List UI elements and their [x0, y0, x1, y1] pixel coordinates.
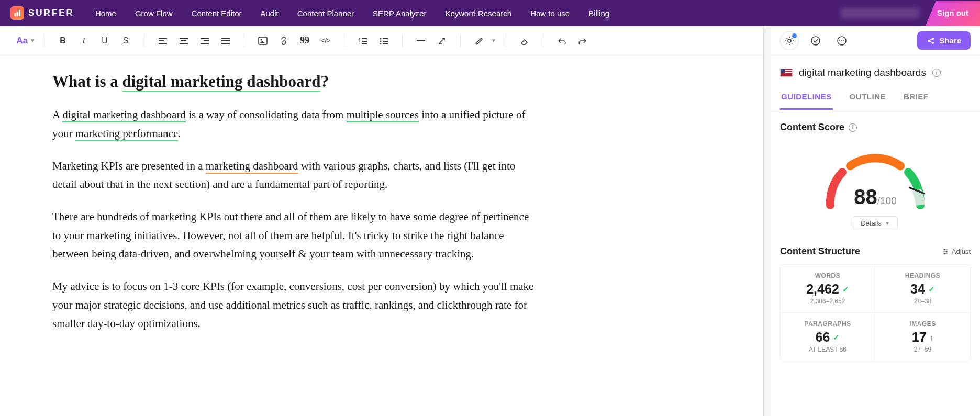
settings-button[interactable] — [780, 31, 799, 50]
main: Aa▼ B I U S 99 </> — [0, 26, 980, 416]
svg-point-34 — [839, 40, 840, 41]
content-structure-title: Content Structure — [780, 246, 860, 257]
tab-outline[interactable]: OUTLINE — [849, 86, 887, 110]
signout-button[interactable]: Sign out — [937, 8, 968, 17]
eraser-button[interactable] — [516, 32, 533, 50]
user-email — [841, 8, 919, 18]
check-circle-icon — [810, 36, 821, 46]
document-body[interactable]: What is a digital marketing dashboard? A… — [52, 71, 534, 333]
svg-point-31 — [788, 39, 791, 42]
more-icon — [837, 36, 847, 46]
svg-point-27 — [380, 43, 382, 44]
share-button[interactable]: Share — [917, 31, 971, 50]
term-highlight: digital marketing dashboard — [122, 72, 321, 92]
nav-how-to-use[interactable]: How to use — [530, 9, 570, 18]
structure-grid: WORDS 2,462✓ 2,306–2,652 HEADINGS 34✓ 28… — [780, 264, 971, 361]
score-gauge: 88/100 Details ▼ — [780, 142, 971, 234]
text-style-dropdown[interactable]: Aa▼ — [17, 32, 35, 50]
sidebar-header: Share — [771, 26, 980, 55]
nav-keyword-research[interactable]: Keyword Research — [445, 9, 511, 18]
horizontal-rule-button[interactable] — [412, 32, 430, 50]
code-button[interactable]: </> — [317, 32, 335, 50]
keyword-row: digital marketing dashboards i — [771, 55, 980, 86]
paragraph[interactable]: A digital marketing dashboard is a way o… — [52, 106, 534, 143]
strikethrough-button[interactable]: S — [117, 32, 135, 50]
clear-format-button[interactable] — [433, 32, 451, 50]
term-highlight: digital marketing dashboard — [62, 108, 186, 122]
bold-button[interactable]: B — [54, 32, 72, 50]
align-center-button[interactable] — [175, 32, 193, 50]
unordered-list-button[interactable] — [375, 32, 393, 50]
svg-rect-1 — [17, 12, 18, 16]
metric-headings: HEADINGS 34✓ 28–38 — [875, 265, 970, 313]
editor-column: Aa▼ B I U S 99 </> — [0, 26, 764, 416]
svg-line-40 — [930, 39, 932, 40]
redo-button[interactable] — [574, 32, 592, 50]
highlight-button[interactable] — [470, 32, 488, 50]
paragraph[interactable]: My advice is to focus on 1-3 core KPIs (… — [52, 277, 534, 333]
sliders-icon — [942, 249, 949, 255]
nav-content-editor[interactable]: Content Editor — [192, 9, 242, 18]
editor-toolbar: Aa▼ B I U S 99 </> — [0, 26, 763, 55]
arrow-up-icon: ↑ — [930, 333, 934, 342]
sidebar: Share digital marketing dashboards i GUI… — [771, 26, 980, 416]
nav-right: Sign out — [841, 1, 980, 26]
adjust-button[interactable]: Adjust — [942, 248, 971, 255]
term-highlight: marketing performance — [75, 127, 179, 141]
align-justify-button[interactable] — [217, 32, 235, 50]
term-highlight: marketing dashboard — [206, 160, 298, 174]
svg-rect-0 — [14, 13, 16, 16]
sidebar-tabs: GUIDELINES OUTLINE BRIEF — [771, 86, 980, 110]
heading-h2[interactable]: What is a digital marketing dashboard? — [52, 71, 534, 92]
align-right-button[interactable] — [196, 32, 214, 50]
notification-dot — [792, 33, 797, 38]
top-nav: SURFER Home Grow Flow Content Editor Aud… — [0, 0, 980, 26]
svg-point-23 — [380, 38, 382, 39]
image-button[interactable] — [254, 32, 272, 50]
align-left-button[interactable] — [154, 32, 172, 50]
link-button[interactable] — [275, 32, 293, 50]
paragraph[interactable]: There are hundreds of marketing KPIs out… — [52, 208, 534, 264]
tab-guidelines[interactable]: GUIDELINES — [780, 86, 833, 110]
undo-button[interactable] — [553, 32, 571, 50]
logo[interactable]: SURFER — [10, 6, 74, 20]
nav-billing[interactable]: Billing — [588, 9, 609, 18]
nav-content-planner[interactable]: Content Planner — [297, 9, 354, 18]
quote-button[interactable]: 99 — [296, 32, 314, 50]
tab-brief[interactable]: BRIEF — [903, 86, 930, 110]
info-icon[interactable]: i — [932, 69, 941, 77]
scrollbar[interactable] — [764, 26, 771, 416]
underline-button[interactable]: U — [96, 32, 114, 50]
metric-paragraphs: PARAGRAPHS 66✓ AT LEAST 56 — [781, 313, 875, 361]
content-area[interactable]: What is a digital marketing dashboard? A… — [0, 55, 763, 416]
svg-point-48 — [944, 253, 945, 254]
nav-serp-analyzer[interactable]: SERP Analyzer — [373, 9, 426, 18]
info-icon[interactable]: i — [849, 123, 857, 132]
details-toggle[interactable]: Details ▼ — [853, 216, 898, 230]
svg-line-41 — [930, 41, 932, 42]
more-button[interactable] — [832, 31, 851, 50]
ordered-list-button[interactable]: 123 — [354, 32, 372, 50]
keyword-text: digital marketing dashboards — [799, 67, 926, 78]
check-icon: ✓ — [842, 285, 849, 294]
nav-home[interactable]: Home — [95, 9, 116, 18]
svg-point-44 — [943, 249, 945, 250]
structure-header: Content Structure Adjust — [780, 246, 971, 257]
paragraph[interactable]: Marketing KPIs are presented in a market… — [52, 157, 534, 194]
nav-audit[interactable]: Audit — [261, 9, 279, 18]
svg-rect-2 — [19, 10, 20, 16]
check-icon: ✓ — [833, 333, 840, 342]
chevron-down-icon: ▼ — [885, 220, 890, 226]
flag-us-icon — [780, 69, 793, 77]
nav-grow-flow[interactable]: Grow Flow — [135, 9, 173, 18]
brand-text: SURFER — [28, 8, 74, 18]
check-button[interactable] — [806, 31, 825, 50]
svg-point-46 — [945, 251, 947, 252]
svg-point-32 — [811, 37, 820, 45]
chevron-down-icon: ▼ — [30, 38, 35, 43]
metric-words: WORDS 2,462✓ 2,306–2,652 — [781, 265, 875, 313]
italic-button[interactable]: I — [75, 32, 93, 50]
chevron-down-icon[interactable]: ▼ — [491, 38, 496, 43]
svg-text:3: 3 — [359, 42, 361, 44]
svg-point-36 — [843, 40, 844, 41]
